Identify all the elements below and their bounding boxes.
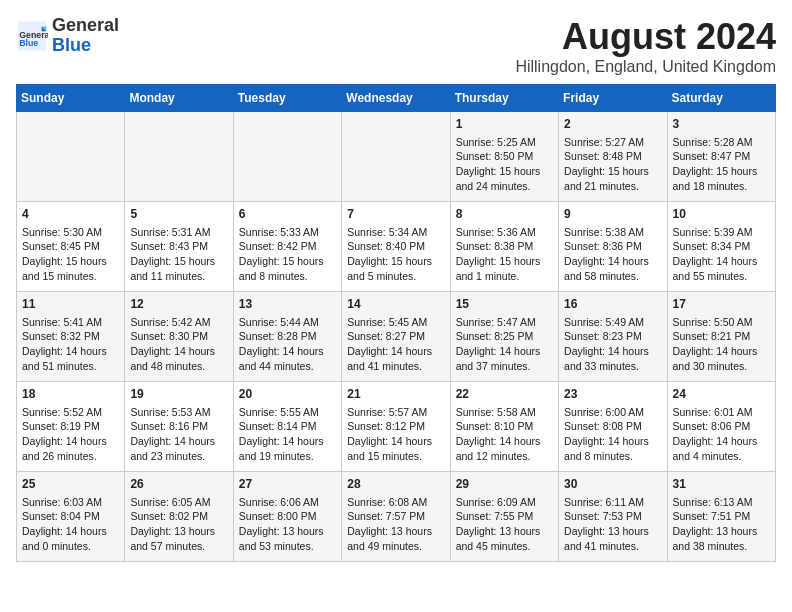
day-number: 4 — [22, 206, 119, 223]
col-saturday: Saturday — [667, 85, 775, 112]
day-info: Daylight: 14 hours — [130, 344, 227, 359]
day-number: 1 — [456, 116, 553, 133]
day-info: Sunrise: 5:47 AM — [456, 315, 553, 330]
calendar-cell: 8Sunrise: 5:36 AMSunset: 8:38 PMDaylight… — [450, 202, 558, 292]
day-info: Daylight: 14 hours — [564, 434, 661, 449]
day-number: 10 — [673, 206, 770, 223]
day-info: and 23 minutes. — [130, 449, 227, 464]
day-info: Sunrise: 5:25 AM — [456, 135, 553, 150]
calendar-cell: 29Sunrise: 6:09 AMSunset: 7:55 PMDayligh… — [450, 472, 558, 562]
day-info: Sunrise: 5:52 AM — [22, 405, 119, 420]
col-friday: Friday — [559, 85, 667, 112]
day-info: and 5 minutes. — [347, 269, 444, 284]
calendar-cell: 21Sunrise: 5:57 AMSunset: 8:12 PMDayligh… — [342, 382, 450, 472]
day-info: Daylight: 14 hours — [673, 434, 770, 449]
calendar-cell: 11Sunrise: 5:41 AMSunset: 8:32 PMDayligh… — [17, 292, 125, 382]
day-info: and 8 minutes. — [239, 269, 336, 284]
logo-general-text: General — [52, 15, 119, 35]
day-number: 7 — [347, 206, 444, 223]
day-info: Sunrise: 5:31 AM — [130, 225, 227, 240]
day-info: Sunset: 8:10 PM — [456, 419, 553, 434]
day-info: Sunset: 8:16 PM — [130, 419, 227, 434]
day-info: and 0 minutes. — [22, 539, 119, 554]
day-info: Sunrise: 6:01 AM — [673, 405, 770, 420]
calendar-cell: 27Sunrise: 6:06 AMSunset: 8:00 PMDayligh… — [233, 472, 341, 562]
day-info: Sunset: 8:12 PM — [347, 419, 444, 434]
day-info: Sunset: 8:34 PM — [673, 239, 770, 254]
main-title: August 2024 — [515, 16, 776, 58]
calendar-cell: 22Sunrise: 5:58 AMSunset: 8:10 PMDayligh… — [450, 382, 558, 472]
day-number: 21 — [347, 386, 444, 403]
day-info: Sunset: 8:47 PM — [673, 149, 770, 164]
day-number: 24 — [673, 386, 770, 403]
day-info: and 30 minutes. — [673, 359, 770, 374]
day-number: 26 — [130, 476, 227, 493]
day-info: Sunrise: 6:08 AM — [347, 495, 444, 510]
day-info: and 51 minutes. — [22, 359, 119, 374]
header-row: Sunday Monday Tuesday Wednesday Thursday… — [17, 85, 776, 112]
day-number: 22 — [456, 386, 553, 403]
title-block: August 2024 Hillingdon, England, United … — [515, 16, 776, 76]
calendar-cell: 1Sunrise: 5:25 AMSunset: 8:50 PMDaylight… — [450, 112, 558, 202]
day-info: Sunset: 8:19 PM — [22, 419, 119, 434]
col-thursday: Thursday — [450, 85, 558, 112]
day-info: and 41 minutes. — [564, 539, 661, 554]
day-info: and 15 minutes. — [347, 449, 444, 464]
calendar-cell: 7Sunrise: 5:34 AMSunset: 8:40 PMDaylight… — [342, 202, 450, 292]
day-info: Sunrise: 5:58 AM — [456, 405, 553, 420]
day-number: 5 — [130, 206, 227, 223]
day-info: Sunset: 8:40 PM — [347, 239, 444, 254]
day-info: and 1 minute. — [456, 269, 553, 284]
day-info: Sunset: 8:23 PM — [564, 329, 661, 344]
logo-blue-text: Blue — [52, 35, 91, 55]
day-info: Sunset: 8:21 PM — [673, 329, 770, 344]
day-info: Daylight: 14 hours — [22, 524, 119, 539]
day-number: 20 — [239, 386, 336, 403]
day-number: 28 — [347, 476, 444, 493]
day-info: Sunrise: 5:42 AM — [130, 315, 227, 330]
calendar-cell: 15Sunrise: 5:47 AMSunset: 8:25 PMDayligh… — [450, 292, 558, 382]
day-info: Sunrise: 5:49 AM — [564, 315, 661, 330]
day-number: 3 — [673, 116, 770, 133]
day-info: Sunrise: 5:34 AM — [347, 225, 444, 240]
day-info: Sunset: 8:27 PM — [347, 329, 444, 344]
day-info: Daylight: 13 hours — [564, 524, 661, 539]
day-info: and 55 minutes. — [673, 269, 770, 284]
day-info: and 49 minutes. — [347, 539, 444, 554]
day-info: and 4 minutes. — [673, 449, 770, 464]
calendar-cell: 25Sunrise: 6:03 AMSunset: 8:04 PMDayligh… — [17, 472, 125, 562]
day-number: 14 — [347, 296, 444, 313]
day-info: and 37 minutes. — [456, 359, 553, 374]
day-info: Sunset: 8:14 PM — [239, 419, 336, 434]
day-info: Sunset: 8:36 PM — [564, 239, 661, 254]
calendar-cell: 14Sunrise: 5:45 AMSunset: 8:27 PMDayligh… — [342, 292, 450, 382]
day-info: Sunset: 8:50 PM — [456, 149, 553, 164]
calendar-cell: 26Sunrise: 6:05 AMSunset: 8:02 PMDayligh… — [125, 472, 233, 562]
day-info: and 12 minutes. — [456, 449, 553, 464]
day-info: Sunset: 8:06 PM — [673, 419, 770, 434]
day-info: Daylight: 14 hours — [22, 434, 119, 449]
day-info: Daylight: 13 hours — [347, 524, 444, 539]
calendar-cell: 23Sunrise: 6:00 AMSunset: 8:08 PMDayligh… — [559, 382, 667, 472]
day-info: and 19 minutes. — [239, 449, 336, 464]
calendar-header: Sunday Monday Tuesday Wednesday Thursday… — [17, 85, 776, 112]
day-info: Daylight: 14 hours — [130, 434, 227, 449]
day-info: Sunset: 7:51 PM — [673, 509, 770, 524]
col-monday: Monday — [125, 85, 233, 112]
day-info: Daylight: 14 hours — [347, 344, 444, 359]
calendar-cell: 30Sunrise: 6:11 AMSunset: 7:53 PMDayligh… — [559, 472, 667, 562]
day-info: Sunset: 8:42 PM — [239, 239, 336, 254]
calendar-cell — [233, 112, 341, 202]
day-info: Sunset: 8:48 PM — [564, 149, 661, 164]
day-info: Sunset: 8:45 PM — [22, 239, 119, 254]
day-number: 27 — [239, 476, 336, 493]
day-info: Sunrise: 5:28 AM — [673, 135, 770, 150]
day-info: Sunrise: 5:44 AM — [239, 315, 336, 330]
calendar-cell: 24Sunrise: 6:01 AMSunset: 8:06 PMDayligh… — [667, 382, 775, 472]
day-info: Daylight: 14 hours — [347, 434, 444, 449]
calendar-cell: 10Sunrise: 5:39 AMSunset: 8:34 PMDayligh… — [667, 202, 775, 292]
day-info: Daylight: 15 hours — [130, 254, 227, 269]
day-info: Daylight: 15 hours — [22, 254, 119, 269]
day-info: Sunrise: 6:03 AM — [22, 495, 119, 510]
day-info: Sunrise: 5:30 AM — [22, 225, 119, 240]
